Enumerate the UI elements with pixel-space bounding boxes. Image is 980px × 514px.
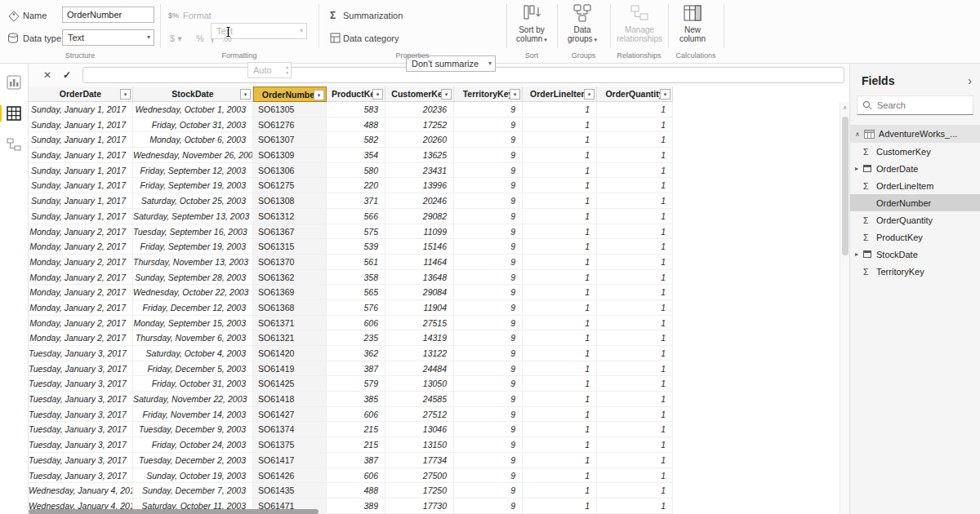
table-cell: Monday, January 2, 2017 [29,270,133,286]
table-cell: SO61370 [253,255,327,270]
column-filter-button[interactable]: ▾ [660,89,670,100]
table-cell: Tuesday, December 2, 2003 [133,453,253,468]
decimal-places-icon[interactable]: .00 [222,35,232,43]
table-cell: 1 [523,300,597,316]
column-filter-button[interactable]: ▾ [314,90,324,100]
scroll-up-icon[interactable]: ∧ [840,102,849,111]
table-cell: 24585 [385,392,454,407]
table-cell: Sunday, December 7, 2003 [133,483,253,498]
table-cell: 1 [597,132,673,148]
column-header-OrderDate[interactable]: OrderDate▾ [29,86,133,102]
table-cell: SO61367 [253,224,327,240]
table-cell: 17734 [385,453,454,468]
report-view-button[interactable] [0,70,28,95]
table-row: Tuesday, January 3, 2017Saturday, Novemb… [29,392,849,407]
column-filter-button[interactable]: ▾ [584,89,595,100]
table-cell: SO61315 [253,239,327,255]
table-cell: Friday, December 5, 2003 [133,361,253,377]
table-cell: 9 [454,300,523,316]
table-cell: Monday, January 2, 2017 [29,255,133,270]
table-cell: 579 [327,376,385,392]
table-cell: 1 [597,437,673,453]
table-row: Monday, January 2, 2017Wednesday, Octobe… [29,285,849,300]
table-row: Sunday, January 1, 2017Wednesday, Octobe… [29,102,849,117]
table-row: Tuesday, January 3, 2017Tuesday, Decembe… [29,453,849,468]
vertical-scrollbar[interactable]: ∧ [840,102,849,514]
search-input[interactable] [877,100,968,110]
table-cell: 1 [597,316,673,331]
column-header-CustomerKey[interactable]: CustomerKey▾ [385,86,454,102]
table-cell: 576 [327,300,385,316]
field-item-OrderQuantity[interactable]: ΣOrderQuantity [850,211,980,228]
currency-format-icon[interactable]: $ ▾ [170,33,182,44]
field-item-TerritoryKey[interactable]: ΣTerritoryKey [850,263,980,280]
field-item-OrderNumber[interactable]: OrderNumber [850,194,980,211]
table-cell: 1 [523,270,597,286]
field-label: OrderLineItem [876,181,933,191]
table-cell: 1 [597,453,673,468]
table-body: Sunday, January 1, 2017Wednesday, Octobe… [29,102,849,514]
column-header-OrderLineItem[interactable]: OrderLineItem▾ [523,86,597,102]
table-cell: Monday, January 2, 2017 [29,316,133,331]
column-header-label: CustomerKey [391,89,447,99]
column-header-ProductKey[interactable]: ProductKey▾ [327,86,385,102]
horizontal-scrollbar[interactable] [29,509,673,514]
table-cell: 14319 [385,330,454,346]
column-header-OrderNumber[interactable]: OrderNumber▾ [253,86,327,102]
table-cell: 354 [327,148,385,163]
commit-icon[interactable]: ✓ [63,69,71,81]
column-filter-button[interactable]: ▾ [510,89,520,100]
table-cell: 1 [597,270,673,286]
percent-format-icon[interactable]: % [196,33,204,43]
table-cell: 1 [597,255,673,270]
column-header-StockDate[interactable]: StockDate▾ [133,86,253,102]
table-cell: Saturday, November 22, 2003 [133,392,253,407]
column-filter-button[interactable]: ▾ [441,89,452,100]
decimal-auto-spinner[interactable]: Auto ▴▾ [247,62,292,78]
table-row: Wednesday, January 4, 2017Sunday, Decemb… [29,483,849,498]
data-type-value: Text [68,33,84,42]
data-groups-text2: groups [568,34,593,43]
field-item-OrderLineItem[interactable]: ΣOrderLineItem [850,177,980,194]
chevron-up-icon[interactable]: ∧ [855,131,860,138]
table-cell: Friday, September 19, 2003 [133,178,253,193]
chevron-right-icon[interactable]: ▸ [855,250,863,258]
table-cell: 27512 [385,407,454,423]
field-item-StockDate[interactable]: ▸StockDate [850,246,980,263]
data-view-button[interactable] [0,101,28,126]
fields-table-header[interactable]: ∧ AdventureWorks_... [850,125,980,143]
table-cell: 20236 [385,102,454,117]
table-cell: Sunday, January 1, 2017 [29,163,133,179]
name-input[interactable] [62,7,154,23]
new-column-button[interactable]: New column [671,2,714,43]
spinner-arrows-icon[interactable]: ▴▾ [286,64,288,76]
column-header-TerritoryKey[interactable]: TerritoryKey▾ [454,86,523,102]
field-item-OrderDate[interactable]: ▸OrderDate [850,160,980,177]
data-groups-button[interactable]: Data groups▾ [560,2,604,44]
column-filter-button[interactable]: ▾ [240,89,251,100]
table-cell: SO61275 [253,178,327,193]
data-type-dropdown[interactable]: Text ▾ [62,29,154,46]
table-cell: 371 [327,193,385,209]
table-header-row: OrderDate▾StockDate▾OrderNumber▾ProductK… [29,86,849,102]
table-cell: 11099 [385,224,454,240]
cancel-icon[interactable]: ✕ [43,69,51,81]
field-item-ProductKey[interactable]: ΣProductKey [850,228,980,246]
model-view-button[interactable] [0,132,28,157]
fields-list: ΣCustomerKey▸OrderDateΣOrderLineItemOrde… [850,143,980,280]
thousands-separator-icon[interactable]: , [211,30,214,43]
collapse-panel-icon[interactable]: › [968,74,972,87]
table-cell: 13122 [385,346,454,361]
field-item-CustomerKey[interactable]: ΣCustomerKey [850,143,980,160]
manage-relationships-button[interactable]: Manage relationships [612,2,666,43]
table-cell: 387 [327,453,385,468]
column-header-OrderQuantity[interactable]: OrderQuantity▾ [597,86,673,102]
vertical-scrollbar-thumb[interactable] [842,117,849,255]
search-box[interactable] [857,95,973,115]
column-filter-button[interactable]: ▾ [372,89,383,100]
new-column-text2: column [679,34,706,43]
column-filter-button[interactable]: ▾ [120,89,131,100]
sort-by-column-button[interactable]: Sort by column▾ [510,2,554,44]
chevron-right-icon[interactable]: ▸ [855,165,863,172]
horizontal-scrollbar-thumb[interactable] [29,509,318,514]
